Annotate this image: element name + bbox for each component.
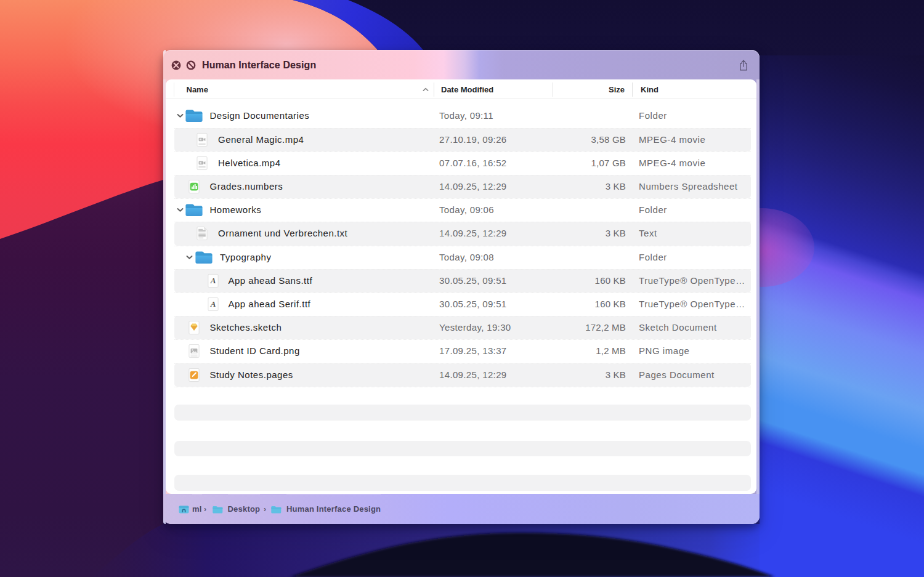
svg-text:A: A	[209, 276, 216, 285]
svg-text:A: A	[209, 299, 216, 309]
